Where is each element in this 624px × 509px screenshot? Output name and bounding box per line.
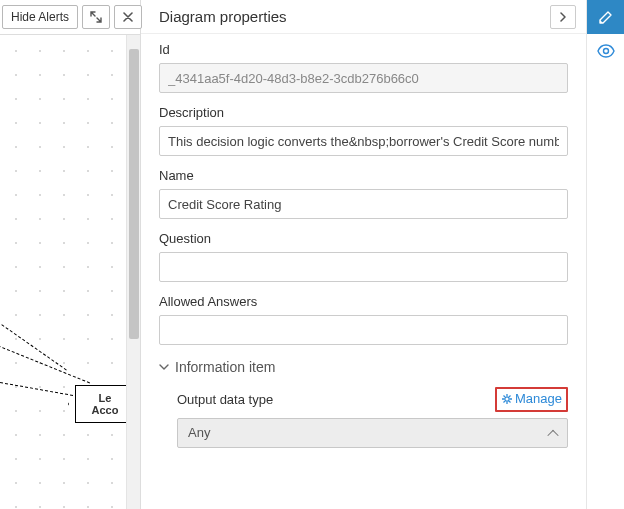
- pencil-icon: [598, 9, 614, 25]
- question-label: Question: [159, 231, 568, 246]
- edit-tab[interactable]: [587, 0, 624, 34]
- properties-body: Id Description Name Question Allowed Ans…: [141, 34, 586, 509]
- id-field: [159, 63, 568, 93]
- right-rail: [586, 0, 624, 509]
- name-field[interactable]: [159, 189, 568, 219]
- chevron-down-icon: [159, 363, 169, 371]
- canvas-scrollbar-track[interactable]: [126, 35, 140, 509]
- chevron-right-icon: [559, 12, 567, 22]
- close-icon: [123, 12, 133, 22]
- canvas-node-label: Le Acco: [92, 392, 119, 416]
- gear-icon: [501, 393, 513, 405]
- manage-link[interactable]: Manage: [501, 391, 562, 406]
- properties-header: Diagram properties: [141, 0, 586, 34]
- output-data-type-label: Output data type: [177, 392, 273, 407]
- allowed-answers-field[interactable]: [159, 315, 568, 345]
- canvas-grid: [0, 35, 140, 509]
- expand-button[interactable]: [82, 5, 110, 29]
- preview-tab[interactable]: [587, 34, 624, 68]
- name-label: Name: [159, 168, 568, 183]
- description-label: Description: [159, 105, 568, 120]
- canvas-area[interactable]: Le Acco: [0, 34, 140, 509]
- properties-title: Diagram properties: [159, 8, 287, 25]
- manage-highlight: Manage: [495, 387, 568, 412]
- output-data-type-value: Any: [188, 425, 210, 440]
- properties-panel: Diagram properties Id Description Name Q…: [140, 0, 586, 509]
- canvas-scrollbar-thumb[interactable]: [129, 49, 139, 339]
- svg-point-1: [604, 49, 609, 54]
- expand-icon: [90, 11, 102, 23]
- question-field[interactable]: [159, 252, 568, 282]
- close-button[interactable]: [114, 5, 142, 29]
- toolbar: Hide Alerts: [2, 5, 142, 29]
- allowed-answers-label: Allowed Answers: [159, 294, 568, 309]
- manage-link-label: Manage: [515, 391, 562, 406]
- description-field[interactable]: [159, 126, 568, 156]
- information-item-label: Information item: [175, 359, 275, 375]
- hide-alerts-button[interactable]: Hide Alerts: [2, 5, 78, 29]
- id-label: Id: [159, 42, 568, 57]
- eye-icon: [597, 44, 615, 58]
- collapse-panel-button[interactable]: [550, 5, 576, 29]
- svg-point-0: [505, 396, 509, 400]
- output-data-type-select[interactable]: Any: [177, 418, 568, 448]
- information-item-section[interactable]: Information item: [159, 359, 568, 375]
